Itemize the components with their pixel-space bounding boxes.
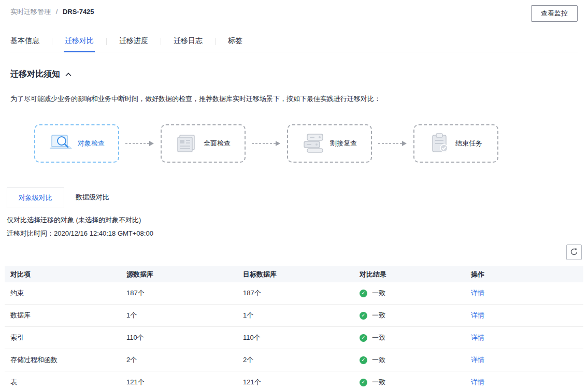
row-source-count: 2个 <box>126 355 243 365</box>
flow-step-label: 对象检查 <box>78 139 105 148</box>
object-check-icon <box>49 133 73 154</box>
breadcrumb: 实时迁移管理 / DRS-7425 <box>10 5 94 17</box>
comparison-time-label: 迁移对比时间： <box>7 229 54 237</box>
details-link[interactable]: 详情 <box>471 356 484 364</box>
row-source-count: 110个 <box>126 333 243 342</box>
details-link[interactable]: 详情 <box>471 289 484 297</box>
row-target-count: 121个 <box>243 378 360 387</box>
main-tab-bar: 基本信息 迁移对比 迁移进度 迁移日志 标签 <box>10 36 578 52</box>
success-check-icon: ✓ <box>360 356 367 364</box>
flow-arrow-icon <box>125 140 154 147</box>
row-action-cell: 详情 <box>471 311 583 320</box>
notice-section-header[interactable]: 迁移对比须知 <box>10 69 578 80</box>
tab-migration-progress[interactable]: 迁移进度 <box>107 36 161 52</box>
row-item-name: 存储过程和函数 <box>5 355 126 365</box>
flow-step-label: 结束任务 <box>455 139 482 148</box>
row-source-count: 187个 <box>126 289 243 298</box>
row-source-count: 1个 <box>126 311 243 320</box>
row-action-cell: 详情 <box>471 378 583 387</box>
refresh-button[interactable] <box>566 244 582 260</box>
flow-step-end-task: 结束任务 <box>413 124 498 163</box>
table-row: 存储过程和函数 2个 2个 ✓ 一致 详情 <box>5 349 583 371</box>
row-result: ✓ 一致 <box>360 289 471 298</box>
comparison-time-value: 2020/12/16 12:40:18 GMT+08:00 <box>54 229 153 237</box>
view-monitor-button[interactable]: 查看监控 <box>531 5 578 22</box>
success-check-icon: ✓ <box>360 312 367 320</box>
row-result: ✓ 一致 <box>360 355 471 365</box>
row-target-count: 1个 <box>243 311 360 320</box>
flow-step-label: 割接复查 <box>330 139 357 148</box>
table-row: 数据库 1个 1个 ✓ 一致 详情 <box>5 305 583 327</box>
row-item-name: 索引 <box>5 333 126 342</box>
tab-basic-info[interactable]: 基本信息 <box>10 36 52 52</box>
row-action-cell: 详情 <box>471 355 583 365</box>
breadcrumb-current: DRS-7425 <box>63 8 94 16</box>
flow-step-label: 全面检查 <box>204 139 231 148</box>
column-header-result: 对比结果 <box>360 270 471 279</box>
table-row: 表 121个 121个 ✓ 一致 详情 <box>5 371 583 389</box>
column-header-target: 目标数据库 <box>243 270 360 279</box>
row-result: ✓ 一致 <box>360 311 471 320</box>
flow-step-cutover-recheck: 割接复查 <box>287 124 372 163</box>
flow-step-object-check: 对象检查 <box>34 124 119 163</box>
notice-title: 迁移对比须知 <box>10 69 60 80</box>
row-result-text: 一致 <box>372 378 385 387</box>
table-header-row: 对比项 源数据库 目标数据库 对比结果 操作 <box>5 266 583 282</box>
success-check-icon: ✓ <box>360 334 367 342</box>
best-practice-flow: 对象检查 全面检查 <box>34 124 588 163</box>
row-action-cell: 详情 <box>471 333 583 342</box>
flow-step-full-check: 全面检查 <box>161 124 246 163</box>
end-task-icon <box>429 133 450 155</box>
comparison-table: 对比项 源数据库 目标数据库 对比结果 操作 约束 187个 187个 ✓ 一致… <box>5 266 583 389</box>
column-header-item: 对比项 <box>5 270 126 279</box>
row-result-text: 一致 <box>372 289 385 298</box>
row-target-count: 110个 <box>243 333 360 342</box>
row-target-count: 2个 <box>243 355 360 365</box>
row-item-name: 数据库 <box>5 311 126 320</box>
row-item-name: 约束 <box>5 289 126 298</box>
success-check-icon: ✓ <box>360 379 367 386</box>
row-source-count: 121个 <box>126 378 243 387</box>
row-result-text: 一致 <box>372 333 385 342</box>
row-result: ✓ 一致 <box>360 378 471 387</box>
comparison-note: 仅对比选择迁移的对象 (未选择的对象不对比) <box>7 215 578 225</box>
tab-migration-comparison[interactable]: 迁移对比 <box>52 36 106 52</box>
sub-tab-object-level[interactable]: 对象级对比 <box>7 188 64 208</box>
row-action-cell: 详情 <box>471 289 583 298</box>
cutover-recheck-icon <box>302 133 325 154</box>
breadcrumb-separator: / <box>56 8 58 16</box>
row-result-text: 一致 <box>372 311 385 320</box>
table-row: 约束 187个 187个 ✓ 一致 详情 <box>5 282 583 305</box>
collapse-caret-icon[interactable] <box>65 73 71 77</box>
refresh-icon <box>570 248 578 257</box>
tab-migration-log[interactable]: 迁移日志 <box>161 36 215 52</box>
comparison-sub-tab-bar: 对象级对比 数据级对比 <box>7 188 578 208</box>
column-header-source: 源数据库 <box>126 270 243 279</box>
tab-tags[interactable]: 标签 <box>216 36 255 52</box>
row-result: ✓ 一致 <box>360 333 471 342</box>
details-link[interactable]: 详情 <box>471 311 484 319</box>
refresh-row <box>0 244 582 260</box>
notice-description: 为了尽可能减少业务的影响和业务中断时间，做好数据的检查，推荐数据库实时迁移场景下… <box>10 94 578 104</box>
column-header-action: 操作 <box>471 270 583 279</box>
table-row: 索引 110个 110个 ✓ 一致 详情 <box>5 327 583 349</box>
row-result-text: 一致 <box>372 355 385 365</box>
row-target-count: 187个 <box>243 289 360 298</box>
flow-arrow-icon <box>252 140 281 147</box>
full-check-icon <box>176 133 198 154</box>
details-link[interactable]: 详情 <box>471 378 484 386</box>
sub-tab-data-level[interactable]: 数据级对比 <box>64 188 121 208</box>
top-bar: 实时迁移管理 / DRS-7425 查看监控 <box>0 0 588 22</box>
breadcrumb-parent-link[interactable]: 实时迁移管理 <box>10 8 51 16</box>
comparison-time: 迁移对比时间：2020/12/16 12:40:18 GMT+08:00 <box>7 229 578 238</box>
details-link[interactable]: 详情 <box>471 334 484 341</box>
success-check-icon: ✓ <box>360 290 367 297</box>
flow-arrow-icon <box>378 140 407 147</box>
row-item-name: 表 <box>5 378 126 387</box>
